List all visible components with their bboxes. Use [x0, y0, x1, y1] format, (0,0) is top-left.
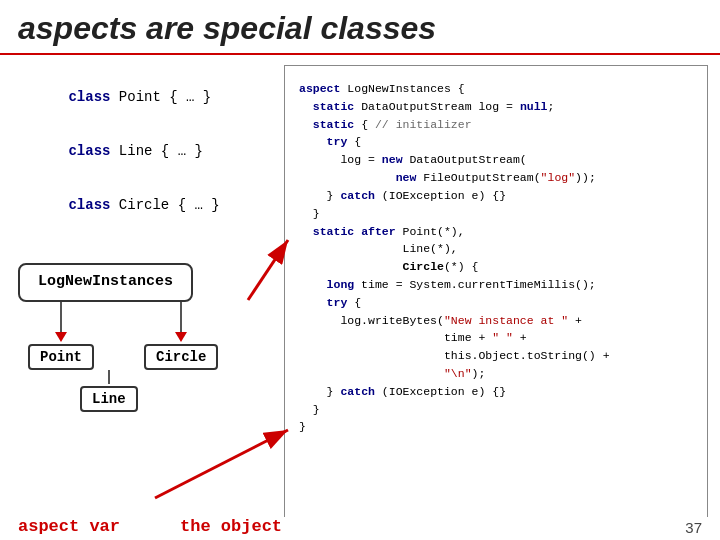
arrow-to-line: Line	[80, 370, 138, 412]
node-point: Point	[28, 344, 94, 370]
bottom-left-label: aspect var	[18, 517, 120, 536]
code-rest-point: Point { … }	[110, 89, 211, 105]
code-line-circle: class Circle { … }	[18, 181, 264, 229]
keyword-class-point: class	[68, 89, 110, 105]
lni-box: LogNewInstances	[18, 263, 193, 302]
page-number: 37	[685, 519, 702, 536]
page-title: aspects are special classes	[18, 10, 702, 47]
lni-container: LogNewInstances Point Circle	[18, 263, 218, 412]
bottom-right-label: the object	[180, 517, 282, 536]
code-block: aspect LogNewInstances { static DataOutp…	[299, 80, 693, 436]
main-content: class Point { … } class Line { … } class…	[0, 55, 720, 537]
code-rest-line: Line { … }	[110, 143, 202, 159]
lni-label: LogNewInstances	[38, 273, 173, 290]
arrow-to-circle: Circle	[144, 302, 218, 370]
keyword-class-circle: class	[68, 197, 110, 213]
arrow-to-point: Point	[28, 302, 94, 370]
title-bar: aspects are special classes	[0, 0, 720, 55]
left-panel: class Point { … } class Line { … } class…	[0, 55, 280, 537]
node-circle: Circle	[144, 344, 218, 370]
code-rest-circle: Circle { … }	[110, 197, 219, 213]
right-panel: aspect LogNewInstances { static DataOutp…	[284, 65, 708, 531]
bottom-bar: aspect var the object 37	[0, 517, 720, 540]
code-line-line: class Line { … }	[18, 127, 264, 175]
node-line: Line	[80, 386, 138, 412]
code-line-point: class Point { … }	[18, 73, 264, 121]
keyword-class-line: class	[68, 143, 110, 159]
